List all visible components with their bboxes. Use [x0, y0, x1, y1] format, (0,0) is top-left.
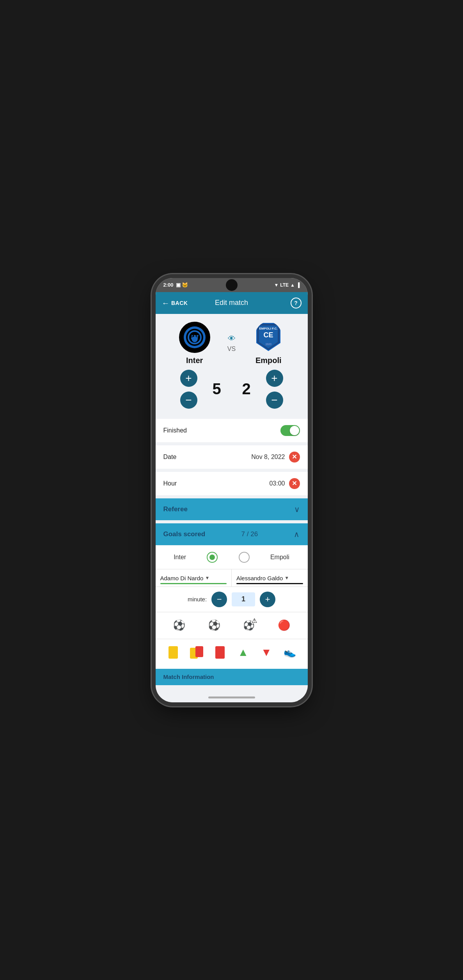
app-bar: ← BACK Edit match ? — [156, 292, 308, 314]
teams-row: I ⬤ IM Inter 👁 VS — [162, 322, 302, 365]
selector-away-name: Empoli — [270, 554, 289, 561]
event-icons-row: ⚽ ⚽ ⚽ ⚠ 🔴 — [156, 612, 308, 639]
teams-section: I ⬤ IM Inter 👁 VS — [156, 314, 308, 419]
hour-section: Hour 03:00 ✕ — [156, 472, 308, 495]
date-label: Date — [163, 454, 177, 461]
away-player-name: Alessandro Galdo ▼ — [236, 575, 303, 581]
away-score-minus[interactable]: − — [266, 392, 283, 409]
finished-label: Finished — [163, 427, 187, 434]
red-card-button[interactable] — [211, 644, 229, 661]
back-button[interactable]: ← BACK — [162, 299, 188, 307]
boot-button[interactable]: 👟 — [281, 644, 298, 661]
referee-accordion[interactable]: Referee ∨ — [156, 498, 308, 520]
sub-off-button[interactable]: ▼ — [258, 644, 275, 661]
back-arrow-icon: ← — [162, 299, 170, 307]
own-goal-icon-button[interactable]: ⚽ ⚠ — [240, 617, 257, 634]
inter-logo: I ⬤ IM — [179, 322, 210, 353]
page-title: Edit match — [215, 299, 248, 307]
sub-on-button[interactable]: ▲ — [234, 644, 252, 661]
svg-text:EMPOLI F.C.: EMPOLI F.C. — [259, 327, 277, 330]
date-clear-button[interactable]: ✕ — [289, 452, 300, 463]
goal-dark-icon-button[interactable]: ⚽ — [206, 617, 223, 634]
score-section: + − 5 2 + − — [162, 368, 302, 415]
yellow-card-icon — [169, 646, 178, 659]
main-content: I ⬤ IM Inter 👁 VS — [156, 314, 308, 693]
hour-row: Hour 03:00 ✕ — [156, 472, 308, 495]
goals-content: Inter Empoli Adamo Di Nardo ▼ — [156, 546, 308, 669]
hour-label: Hour — [163, 480, 177, 487]
status-time: 2:00 — [163, 282, 174, 288]
card-icons-row: ▲ ▼ 👟 — [156, 639, 308, 666]
finished-toggle[interactable] — [280, 425, 300, 436]
back-label: BACK — [171, 300, 188, 306]
away-player-underline — [236, 583, 303, 584]
match-info-label: Match Information — [163, 673, 214, 680]
help-button[interactable]: ? — [291, 298, 302, 308]
svg-text:1920: 1920 — [265, 343, 271, 346]
substitution-off-icon: ▼ — [261, 646, 272, 659]
date-section: Date Nov 8, 2022 ✕ — [156, 445, 308, 469]
lte-label: LTE — [280, 282, 289, 288]
home-score-plus[interactable]: + — [180, 370, 197, 387]
away-score-plus[interactable]: + — [266, 370, 283, 387]
phone-frame: 2:00 ▣ 🐱 ▼ LTE ▲ ▐ ← BACK Edit match ? — [156, 278, 308, 702]
home-radio-button[interactable] — [207, 552, 218, 563]
vs-col: 👁 VS — [227, 334, 236, 353]
yellow-red-card-button[interactable] — [188, 644, 205, 661]
toggle-thumb — [290, 426, 299, 435]
away-player-dropdown[interactable]: Alessandro Galdo ▼ — [232, 569, 308, 587]
minute-plus-button[interactable]: + — [260, 592, 275, 607]
goal-icon-button[interactable]: ⚽ — [170, 617, 188, 634]
referee-title: Referee — [163, 505, 188, 513]
inter-logo-svg: I ⬤ IM — [181, 324, 208, 351]
home-player-dropdown[interactable]: Adamo Di Nardo ▼ — [156, 569, 232, 587]
boot-icon: 👟 — [284, 646, 296, 658]
svg-text:IM: IM — [190, 334, 199, 340]
selector-home-name: Inter — [174, 554, 186, 561]
signal-icon: ▲ — [290, 282, 295, 288]
penalty-icon-button[interactable]: 🔴 — [275, 617, 293, 634]
goals-scored-title: Goals scored — [163, 530, 206, 538]
minute-input[interactable]: 1 — [232, 592, 255, 606]
empoli-logo-svg: CE EMPOLI F.C. 1920 — [256, 323, 281, 352]
home-score: 5 — [205, 380, 229, 398]
minute-label: minute: — [188, 596, 207, 603]
yellow-red-card-icon — [190, 646, 203, 659]
away-radio-button[interactable] — [239, 552, 250, 563]
goals-scored-count: 7 / 26 — [241, 530, 258, 538]
notch — [226, 279, 238, 291]
hour-right: 03:00 ✕ — [269, 478, 300, 489]
home-dropdown-arrow-icon: ▼ — [205, 575, 209, 581]
finished-section: Finished — [156, 419, 308, 442]
home-player-name: Adamo Di Nardo ▼ — [160, 575, 227, 581]
svg-text:CE: CE — [263, 331, 273, 339]
home-score-minus[interactable]: − — [180, 392, 197, 409]
home-indicator — [156, 693, 308, 702]
team-away-block: CE EMPOLI F.C. 1920 Empoli — [236, 322, 301, 365]
goals-scored-accordion[interactable]: Goals scored 7 / 26 ∧ — [156, 523, 308, 545]
finished-row: Finished — [156, 419, 308, 442]
home-player-underline — [160, 583, 227, 584]
team-selector-row: Inter Empoli — [156, 546, 308, 569]
match-information-bar[interactable]: Match Information — [156, 669, 308, 685]
minute-row: minute: − 1 + — [156, 587, 308, 612]
ball-white-icon: ⚽ — [173, 619, 185, 631]
ball-dark-icon: ⚽ — [208, 619, 220, 631]
team-home-block: I ⬤ IM Inter — [162, 322, 227, 365]
hour-value: 03:00 — [269, 480, 285, 487]
referee-chevron-icon: ∨ — [294, 505, 300, 514]
minute-minus-button[interactable]: − — [211, 592, 227, 607]
home-team-name: Inter — [186, 356, 203, 365]
help-label: ? — [294, 300, 298, 306]
empoli-logo: CE EMPOLI F.C. 1920 — [255, 322, 282, 353]
away-dropdown-arrow-icon: ▼ — [284, 575, 289, 581]
red-card-icon — [215, 646, 225, 659]
yellow-card-button[interactable] — [165, 644, 182, 661]
home-score-controls: + − — [180, 370, 197, 409]
date-right: Nov 8, 2022 ✕ — [251, 452, 300, 463]
hour-clear-button[interactable]: ✕ — [289, 478, 300, 489]
goals-accordion-container: Goals scored 7 / 26 ∧ Inter Empoli — [156, 523, 308, 669]
date-row: Date Nov 8, 2022 ✕ — [156, 445, 308, 469]
substitution-on-icon: ▲ — [238, 646, 248, 659]
status-icons: ▣ 🐱 — [176, 282, 188, 288]
